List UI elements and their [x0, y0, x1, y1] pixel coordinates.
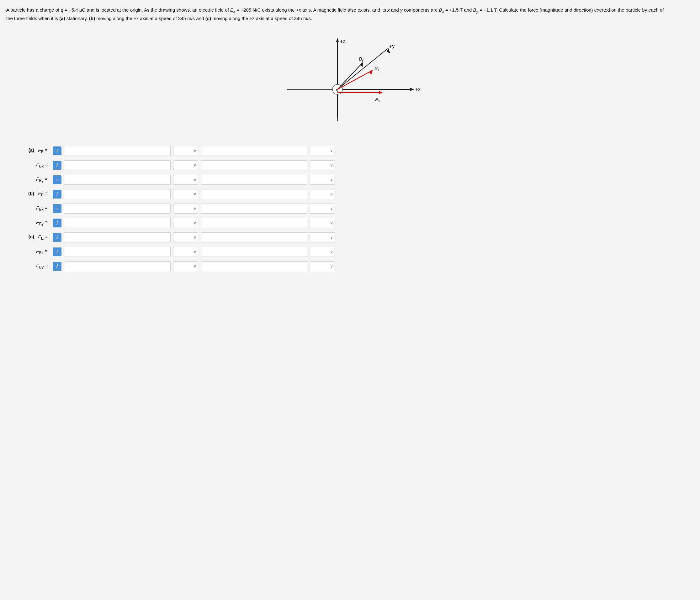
label-b-FBx: FBx =	[12, 205, 50, 212]
info-button-a-FE[interactable]: i	[53, 147, 61, 155]
dropdown-wrapper-c-FBy-unit	[173, 261, 198, 271]
label-By: By	[359, 56, 364, 62]
dropdown-wrapper-c-FE-unit	[173, 232, 198, 243]
label-z: +z	[340, 39, 345, 44]
svg-marker-5	[410, 88, 414, 91]
dropdown-wrapper-b-FBy-dir	[310, 218, 335, 228]
dropdown-wrapper-a-FBx-unit	[173, 160, 198, 170]
dropdown-wrapper-a-FBy-dir	[310, 175, 335, 185]
info-button-b-FE[interactable]: i	[53, 190, 61, 199]
dropdown-b-FBy-dir[interactable]	[310, 218, 335, 228]
dropdown-wrapper-b-FBy-unit	[173, 218, 198, 228]
label-x: +x	[415, 86, 421, 92]
dropdown-a-FBy-unit[interactable]	[173, 175, 198, 185]
dropdown-b-FE-dir[interactable]	[310, 189, 335, 199]
dropdown-wrapper-c-FBx-unit	[173, 247, 198, 257]
dropdown-wrapper-b-FBx-unit	[173, 204, 198, 214]
info-button-a-FBy[interactable]: i	[53, 175, 61, 184]
input-a-FE-direction[interactable]	[201, 146, 307, 156]
dropdown-c-FBx-unit[interactable]	[173, 247, 198, 257]
dropdown-wrapper-b-FE-unit	[173, 189, 198, 199]
label-c-FBx: FBx =	[12, 248, 50, 255]
info-button-c-FBy[interactable]: i	[53, 262, 61, 271]
info-button-b-FBx[interactable]: i	[53, 204, 61, 213]
info-button-a-FBx[interactable]: i	[53, 161, 61, 170]
input-a-FE-value[interactable]	[64, 146, 171, 156]
input-a-FBx-direction[interactable]	[201, 160, 307, 170]
input-c-FBx-value[interactable]	[64, 247, 171, 257]
input-a-FBx-value[interactable]	[64, 160, 171, 170]
row-c-FBx: FBx = i	[12, 247, 694, 257]
dropdown-b-FE-unit[interactable]	[173, 189, 198, 199]
row-b-FBx: FBx = i	[12, 204, 694, 214]
svg-marker-12	[370, 70, 373, 75]
label-y: +y	[389, 44, 395, 49]
svg-marker-14	[379, 91, 383, 94]
part-b: (b) FE = i FBx =	[12, 189, 694, 228]
problem-text: A particle has a charge of q = +5.4 μC a…	[6, 6, 665, 22]
info-button-c-FBx[interactable]: i	[53, 247, 61, 256]
dropdown-a-FE-dir[interactable]	[310, 146, 335, 156]
input-b-FE-value[interactable]	[64, 189, 171, 199]
svg-marker-1	[336, 38, 339, 42]
label-a-FBy: FBy =	[12, 176, 50, 183]
dropdown-wrapper-a-FBx-dir	[310, 160, 335, 170]
part-a: (a) FE = i FBx =	[12, 146, 694, 185]
dropdown-c-FBx-dir[interactable]	[310, 247, 335, 257]
label-c-FBy: FBy =	[12, 263, 50, 269]
row-a-FBx: FBx = i	[12, 160, 694, 170]
row-b-FBy: FBy = i	[12, 218, 694, 228]
input-b-FBx-direction[interactable]	[201, 204, 307, 214]
label-Bx: Bx	[374, 66, 379, 72]
info-button-b-FBy[interactable]: i	[53, 219, 61, 227]
dropdown-b-FBy-unit[interactable]	[173, 218, 198, 228]
info-button-c-FE[interactable]: i	[53, 233, 61, 242]
part-c-label: (c) FE =	[12, 234, 50, 241]
input-b-FBy-direction[interactable]	[201, 218, 307, 228]
dropdown-a-FBx-unit[interactable]	[173, 160, 198, 170]
dropdown-wrapper-a-FE-dir	[310, 146, 335, 156]
row-b-FE: (b) FE = i	[12, 189, 694, 199]
input-c-FBx-direction[interactable]	[201, 247, 307, 257]
dropdown-a-FE-unit[interactable]	[173, 146, 198, 156]
dropdown-a-FBx-dir[interactable]	[310, 160, 335, 170]
input-b-FBy-value[interactable]	[64, 218, 171, 228]
label-a-FBx: FBx =	[12, 162, 50, 169]
input-c-FBy-direction[interactable]	[201, 261, 307, 271]
label-Ex: Ex	[375, 97, 380, 103]
input-b-FE-direction[interactable]	[201, 189, 307, 199]
input-c-FE-direction[interactable]	[201, 232, 307, 243]
input-a-FBy-direction[interactable]	[201, 175, 307, 185]
row-c-FE: (c) FE = i	[12, 232, 694, 243]
input-a-FBy-value[interactable]	[64, 175, 171, 185]
input-c-FBy-value[interactable]	[64, 261, 171, 271]
dropdown-c-FBy-dir[interactable]	[310, 261, 335, 271]
input-b-FBx-value[interactable]	[64, 204, 171, 214]
label-q: q	[336, 87, 339, 92]
dropdown-wrapper-c-FBy-dir	[310, 261, 335, 271]
part-a-label: (a) FE =	[12, 147, 50, 154]
input-c-FE-value[interactable]	[64, 232, 171, 243]
dropdown-wrapper-c-FBx-dir	[310, 247, 335, 257]
row-a-FE: (a) FE = i	[12, 146, 694, 156]
row-a-FBy: FBy = i	[12, 175, 694, 185]
part-b-label: (b) FE =	[12, 191, 50, 197]
label-b-FBy: FBy =	[12, 220, 50, 226]
svg-marker-10	[360, 62, 363, 67]
dropdown-b-FBx-dir[interactable]	[310, 204, 335, 214]
part-c: (c) FE = i FBx =	[12, 232, 694, 271]
dropdown-b-FBx-unit[interactable]	[173, 204, 198, 214]
svg-line-9	[338, 63, 362, 90]
dropdown-c-FBy-unit[interactable]	[173, 261, 198, 271]
dropdown-wrapper-b-FE-dir	[310, 189, 335, 199]
diagram-svg: +z +y +x q By Bx Ex	[275, 30, 425, 136]
dropdown-wrapper-a-FBy-unit	[173, 175, 198, 185]
dropdown-a-FBy-dir[interactable]	[310, 175, 335, 185]
dropdown-c-FE-unit[interactable]	[173, 232, 198, 243]
row-c-FBy: FBy = i	[12, 261, 694, 271]
svg-line-2	[338, 49, 388, 90]
dropdown-wrapper-b-FBx-dir	[310, 204, 335, 214]
dropdown-wrapper-a-FE-unit	[173, 146, 198, 156]
diagram-area: +z +y +x q By Bx Ex	[6, 30, 694, 136]
dropdown-c-FE-dir[interactable]	[310, 232, 335, 243]
